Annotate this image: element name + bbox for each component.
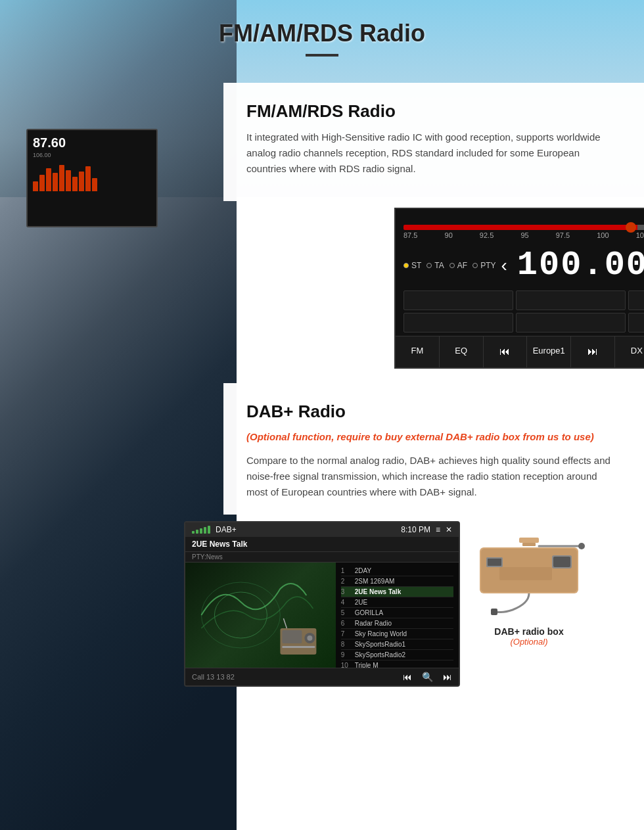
mode-dot-pty	[472, 263, 478, 268]
dab-call-label: Call 13 13 82	[192, 673, 235, 681]
dab-bottom-bar: Call 13 13 82 ⏮ 🔍 ⏭	[185, 668, 459, 685]
dab-signal-bars	[192, 526, 210, 534]
channel-7[interactable]: 7 Sky Racing World	[341, 629, 453, 639]
dab-text-panel: DAB+ Radio (Optional function, require t…	[223, 383, 644, 515]
freq-track[interactable]	[403, 225, 644, 230]
dab-screen-row: DAB+ 8:10 PM ≡ ✕ 2UE News Talk PTY:News	[184, 521, 644, 706]
preset-4[interactable]	[403, 313, 513, 333]
ctrl-next[interactable]: ⏭	[571, 336, 615, 367]
svg-point-15	[578, 543, 585, 549]
ctrl-prev[interactable]: ⏮	[484, 336, 528, 367]
svg-point-5	[307, 635, 312, 641]
dab-topbar: DAB+ 8:10 PM ≡ ✕	[185, 522, 459, 537]
thumb-frequency: 87.60	[33, 135, 151, 150]
freq-thumb[interactable]	[626, 222, 636, 233]
volume-row: 🔊 30	[396, 209, 644, 223]
channel-9[interactable]: 9 SkySportsRadio2	[341, 650, 453, 660]
mode-af[interactable]: AF	[449, 261, 467, 270]
ctrl-eq[interactable]: EQ	[440, 336, 484, 367]
svg-point-1	[214, 592, 267, 638]
mode-row: ST TA AF PTY	[396, 243, 644, 287]
channel-3[interactable]: 3 2UE News Talk	[341, 587, 453, 597]
dab-bottom-controls: ⏮ 🔍 ⏭	[403, 672, 452, 682]
dab-time: 8:10 PM	[401, 525, 430, 534]
preset-1[interactable]	[403, 290, 513, 310]
mode-ta[interactable]: TA	[426, 261, 444, 270]
thumb-visualizer	[33, 165, 151, 191]
svg-rect-8	[519, 538, 539, 543]
channel-4[interactable]: 4 2UE	[341, 597, 453, 608]
dab-topbar-right: 8:10 PM ≡ ✕	[401, 525, 452, 534]
channel-5[interactable]: 5 GORILLA	[341, 608, 453, 618]
preset-3[interactable]	[628, 290, 644, 310]
thumb-sub-freq: 106.00	[33, 152, 151, 158]
svg-rect-13	[488, 559, 501, 566]
section-dab-container: DAB+ Radio (Optional function, require t…	[0, 383, 644, 515]
svg-rect-18	[499, 567, 552, 580]
dab-channel-list: 1 2DAY 2 2SM 1269AM 3 2UE News Talk 4	[336, 563, 459, 668]
signal-bar-4	[204, 527, 206, 534]
dab-screen: DAB+ 8:10 PM ≡ ✕ 2UE News Talk PTY:News	[184, 521, 460, 687]
page-title: FM/AM/RDS Radio	[13, 20, 631, 47]
dab-label: DAB+	[216, 525, 237, 534]
mode-dot-st	[403, 263, 409, 268]
channel-10[interactable]: 10 Triple M	[341, 660, 453, 668]
channel-1[interactable]: 1 2DAY	[341, 566, 453, 576]
dab-visualizer-area	[185, 563, 336, 668]
ctrl-dx[interactable]: DX	[615, 336, 644, 367]
dab-close-icon[interactable]: ✕	[446, 525, 452, 534]
preset-6[interactable]	[628, 313, 644, 333]
dab-optional-note: (Optional function, require to buy exter…	[246, 430, 621, 445]
dab-main-area: 1 2DAY 2 2SM 1269AM 3 2UE News Talk 4	[185, 563, 459, 668]
bottom-controls: FM EQ ⏮ Europe1 ⏭ DX	[396, 336, 644, 367]
svg-rect-17	[553, 557, 570, 567]
dab-station-name: 2UE News Talk	[185, 537, 459, 552]
dab-wave-svg	[185, 563, 336, 668]
ctrl-fm[interactable]: FM	[396, 336, 440, 367]
dab-ctrl-prev[interactable]: ⏮	[403, 672, 412, 682]
dab-box-svg	[473, 534, 585, 620]
preset-area	[396, 287, 644, 336]
dab-ctrl-next[interactable]: ⏭	[443, 672, 452, 682]
freq-slider-container[interactable]: 87.5 90 92.5 95 97.5 100 102.5 105 107.5	[396, 223, 644, 243]
fmam-text-panel: FM/AM/RDS Radio It integrated with High-…	[223, 83, 644, 201]
mode-pty[interactable]: PTY	[472, 261, 495, 270]
freq-prev-arrow[interactable]: ‹	[501, 255, 507, 276]
preset-5[interactable]	[516, 313, 626, 333]
svg-rect-9	[522, 543, 536, 546]
signal-bar-5	[208, 526, 210, 534]
header-divider	[306, 54, 338, 57]
signal-bar-2	[196, 530, 198, 534]
dab-section-desc: Compare to the normal analog radio, DAB+…	[246, 453, 621, 500]
freq-number: 100.00	[517, 246, 644, 285]
fmam-section-title: FM/AM/RDS Radio	[246, 101, 621, 122]
dab-box-container: DAB+ radio box (Optional)	[473, 521, 585, 647]
svg-line-7	[283, 618, 287, 628]
signal-bar-1	[192, 531, 195, 534]
radio-screen-row: 🔊 30 87.5 90 92.5 95 97.5 100 1	[0, 204, 644, 375]
dab-side-spacer	[0, 383, 223, 515]
freq-labels: 87.5 90 92.5 95 97.5 100 102.5 105 107.5	[403, 230, 644, 241]
dab-section-title: DAB+ Radio	[246, 402, 621, 422]
dab-topbar-left: DAB+	[192, 525, 237, 534]
svg-rect-6	[282, 646, 315, 648]
signal-bar-3	[200, 528, 202, 534]
svg-rect-3	[282, 630, 302, 643]
radio-screen-spacer	[0, 204, 197, 375]
mode-dot-ta	[426, 263, 432, 268]
ctrl-europe1[interactable]: Europe1	[527, 336, 571, 367]
svg-rect-20	[491, 609, 497, 615]
channel-2[interactable]: 2 2SM 1269AM	[341, 576, 453, 587]
mode-dot-af	[449, 263, 455, 268]
radio-screen: 🔊 30 87.5 90 92.5 95 97.5 100 1	[394, 208, 644, 369]
page-header: FM/AM/RDS Radio	[0, 0, 644, 76]
channel-6[interactable]: 6 Radar Radio	[341, 618, 453, 629]
preset-2[interactable]	[516, 290, 626, 310]
dab-box-optional: (Optional)	[494, 637, 563, 647]
channel-8[interactable]: 8 SkySportsRadio1	[341, 639, 453, 650]
dab-ctrl-search[interactable]: 🔍	[422, 672, 433, 682]
dab-box-label-container: DAB+ radio box (Optional)	[494, 626, 563, 647]
fmam-section-desc: It integrated with High-Sensitive radio …	[246, 129, 621, 177]
dab-pty: PTY:News	[185, 552, 459, 563]
mode-st[interactable]: ST	[403, 261, 421, 270]
